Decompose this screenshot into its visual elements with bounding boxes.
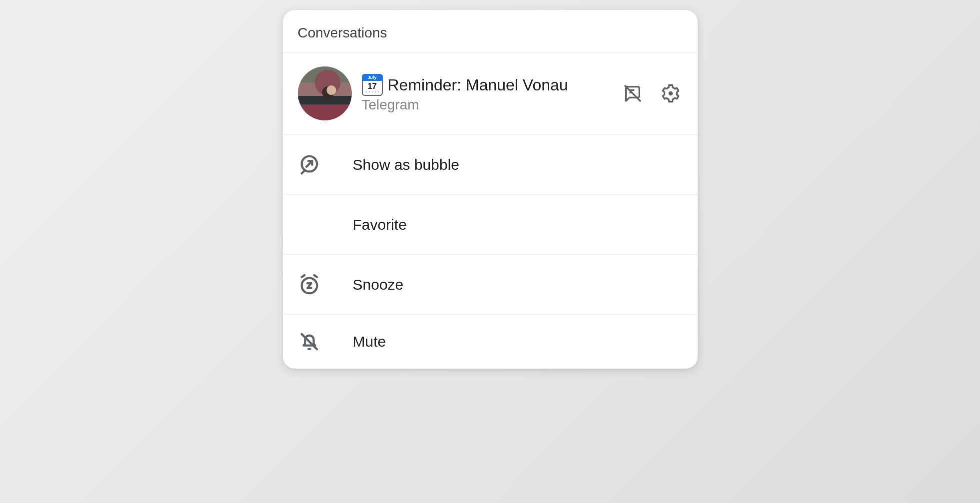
option-label: Show as bubble: [353, 156, 460, 173]
option-label: Snooze: [353, 276, 404, 293]
conversation-title: Reminder: Manuel Vonau: [388, 76, 568, 94]
option-snooze[interactable]: Snooze: [283, 255, 698, 315]
calendar-icon-month: July: [362, 74, 383, 81]
panel-title: Conversations: [298, 25, 387, 40]
conversation-text-block: July 17 Reminder: Manuel Vonau Telegram: [362, 74, 607, 113]
option-label: Mute: [353, 333, 386, 350]
avatar: [298, 66, 352, 120]
bell-off-icon: [298, 330, 353, 353]
bubble-icon: [298, 153, 353, 176]
option-favorite[interactable]: Favorite: [283, 195, 698, 255]
option-label: Favorite: [353, 216, 407, 233]
svg-point-3: [668, 91, 673, 96]
notification-settings-panel: Conversations July 17 Reminder: Manuel V…: [283, 10, 698, 369]
option-show-as-bubble[interactable]: Show as bubble: [283, 135, 698, 195]
conversation-header-row[interactable]: July 17 Reminder: Manuel Vonau Telegram: [283, 52, 698, 135]
alarm-snooze-icon: [298, 273, 353, 296]
speaker-notes-off-icon[interactable]: [621, 81, 645, 105]
calendar-icon: July 17: [362, 74, 383, 96]
conversation-actions: [617, 81, 683, 105]
calendar-icon-day: 17: [363, 81, 382, 91]
panel-header: Conversations: [283, 10, 698, 52]
conversation-app-name: Telegram: [362, 97, 607, 113]
option-mute[interactable]: Mute: [283, 315, 698, 369]
gear-icon[interactable]: [659, 81, 683, 105]
